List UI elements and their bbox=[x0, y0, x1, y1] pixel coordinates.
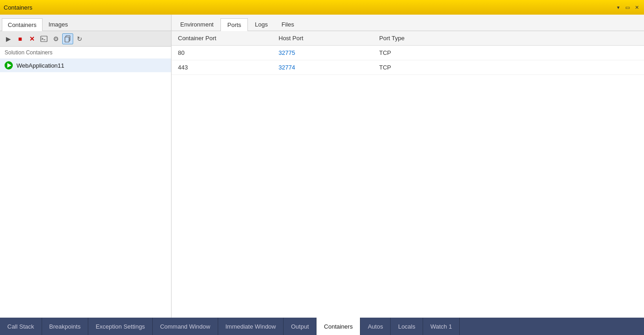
bottom-tab-output[interactable]: Output bbox=[284, 318, 317, 335]
bottom-tab-locals[interactable]: Locals bbox=[391, 318, 423, 335]
refresh-button[interactable]: ↻ bbox=[74, 33, 85, 44]
tab-environment[interactable]: Environment bbox=[173, 18, 220, 31]
bottom-tab-exception-settings[interactable]: Exception Settings bbox=[88, 318, 153, 335]
main-area: Containers Images ▶ ■ ✕ ⚙ bbox=[0, 15, 644, 318]
bottom-tab-immediate-window[interactable]: Immediate Window bbox=[218, 318, 284, 335]
detail-tabs: Environment Ports Logs Files bbox=[172, 15, 644, 31]
cell-container-port-2: 443 bbox=[172, 60, 272, 74]
right-panel: Environment Ports Logs Files Container P… bbox=[172, 15, 644, 318]
start-button[interactable]: ▶ bbox=[3, 33, 14, 44]
container-name: WebApplication11 bbox=[16, 62, 64, 69]
cell-port-type-1: TCP bbox=[373, 46, 644, 60]
stop-button[interactable]: ■ bbox=[15, 33, 26, 44]
running-icon bbox=[5, 61, 13, 69]
bottom-tab-watch1[interactable]: Watch 1 bbox=[423, 318, 460, 335]
bottom-tab-call-stack[interactable]: Call Stack bbox=[0, 318, 42, 335]
col-port-type: Port Type bbox=[373, 31, 644, 45]
bottom-tab-command-window[interactable]: Command Window bbox=[153, 318, 218, 335]
title-bar: Containers ▾ ▭ ✕ bbox=[0, 0, 644, 15]
left-panel: Containers Images ▶ ■ ✕ ⚙ bbox=[0, 15, 172, 318]
restore-btn[interactable]: ▭ bbox=[624, 4, 631, 11]
bottom-tab-autos[interactable]: Autos bbox=[360, 318, 391, 335]
close-btn[interactable]: ✕ bbox=[633, 4, 640, 11]
copy-button[interactable] bbox=[62, 33, 73, 44]
tab-files[interactable]: Files bbox=[275, 18, 301, 31]
tab-ports[interactable]: Ports bbox=[220, 18, 248, 31]
window-title: Containers bbox=[4, 4, 32, 11]
svg-rect-3 bbox=[65, 37, 69, 42]
cell-host-port-1[interactable]: 32775 bbox=[272, 46, 373, 60]
bottom-tab-bar: Call Stack Breakpoints Exception Setting… bbox=[0, 318, 644, 335]
remove-button[interactable]: ✕ bbox=[27, 33, 38, 44]
settings-button[interactable]: ⚙ bbox=[50, 33, 61, 44]
bottom-tab-breakpoints[interactable]: Breakpoints bbox=[42, 318, 89, 335]
cell-port-type-2: TCP bbox=[373, 60, 644, 74]
table-header: Container Port Host Port Port Type bbox=[172, 31, 644, 46]
table-row: 80 32775 TCP bbox=[172, 46, 644, 60]
left-panel-tabs: Containers Images bbox=[0, 15, 171, 31]
container-list: WebApplication11 bbox=[0, 58, 171, 318]
tab-images[interactable]: Images bbox=[43, 18, 74, 31]
cell-container-port-1: 80 bbox=[172, 46, 272, 60]
bottom-tab-containers[interactable]: Containers bbox=[317, 318, 360, 335]
cell-host-port-2[interactable]: 32774 bbox=[272, 60, 373, 74]
svg-rect-0 bbox=[41, 36, 47, 42]
toolbar: ▶ ■ ✕ ⚙ ↻ bbox=[0, 31, 171, 47]
terminal-button[interactable] bbox=[38, 33, 49, 44]
ports-table: Container Port Host Port Port Type 80 32… bbox=[172, 31, 644, 318]
table-row: 443 32774 TCP bbox=[172, 60, 644, 75]
tab-containers[interactable]: Containers bbox=[2, 18, 43, 31]
list-item[interactable]: WebApplication11 bbox=[0, 58, 171, 72]
section-label: Solution Containers bbox=[0, 47, 171, 58]
tab-logs[interactable]: Logs bbox=[248, 18, 274, 31]
dropdown-btn[interactable]: ▾ bbox=[615, 4, 622, 11]
window-controls: ▾ ▭ ✕ bbox=[615, 4, 640, 11]
table-body: 80 32775 TCP 443 32774 TCP bbox=[172, 46, 644, 75]
col-container-port: Container Port bbox=[172, 31, 272, 45]
col-host-port: Host Port bbox=[272, 31, 373, 45]
